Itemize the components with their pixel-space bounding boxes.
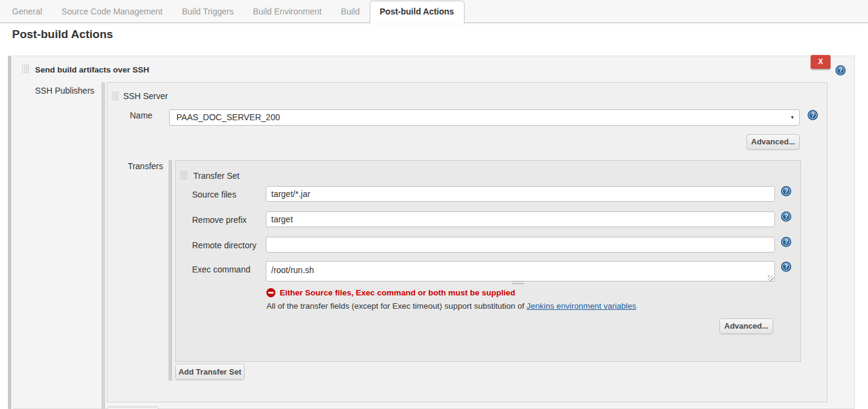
remove-prefix-label: Remove prefix [192,215,246,225]
ssh-server-name-select[interactable]: PAAS_DOC_SERVER_200 ▾ [169,109,800,126]
tab-source-code-management[interactable]: Source Code Management [52,0,172,22]
selected-server-name: PAAS_DOC_SERVER_200 [176,110,280,125]
transfer-set-title: Transfer Set [193,171,240,181]
drag-grip-icon[interactable] [111,91,119,100]
source-files-label: Source files [192,190,236,199]
tab-general[interactable]: General [2,0,52,22]
tab-post-build-actions[interactable]: Post-build Actions [370,1,465,24]
help-icon[interactable]: ? [781,237,791,247]
publisher-title: Send build artifacts over SSH [35,65,149,74]
tab-build-triggers[interactable]: Build Triggers [172,0,243,22]
tab-build-environment[interactable]: Build Environment [243,0,332,22]
publisher-section: Send build artifacts over SSH X ? SSH Pu… [13,56,855,409]
exec-command-label: Exec command [192,265,250,274]
transfer-advanced-button[interactable]: Advanced... [719,318,773,334]
help-icon[interactable]: ? [781,262,791,272]
ssh-server-panel: SSH Server Name PAAS_DOC_SERVER_200 ▾ ? … [107,82,828,402]
textarea-drag-handle[interactable] [512,281,524,284]
transfer-note-text: All of the transfer fields (except for E… [266,301,524,311]
help-icon[interactable]: ? [808,110,818,120]
help-icon[interactable]: ? [781,211,791,222]
add-transfer-set-button[interactable]: Add Transfer Set [175,364,245,380]
jenkins-environment-variables-link[interactable]: Jenkins environment variables [527,301,637,311]
ssh-publisher-dragbar[interactable] [101,82,105,409]
tab-build[interactable]: Build [331,0,369,22]
remove-prefix-input[interactable] [266,211,775,227]
transfer-note: All of the transfer fields (except for E… [266,301,636,311]
transfer-set-panel: Transfer Set Source files ? Remove prefi… [175,160,801,362]
source-files-input[interactable] [266,186,775,202]
config-tabbar: General Source Code Management Build Tri… [0,0,868,23]
transfer-set-dragbar[interactable] [169,160,172,381]
drag-grip-icon[interactable] [180,170,188,179]
transfers-label: Transfers [108,161,163,171]
exec-command-textarea[interactable]: /root/run.sh [266,261,775,282]
drag-grip-icon[interactable] [22,64,30,73]
jenkins-config-page: General Source Code Management Build Tri… [0,0,868,409]
ssh-server-advanced-button[interactable]: Advanced... [747,134,800,150]
page-title: Post-build Actions [12,28,113,41]
publisher-dragbar[interactable] [8,56,11,409]
delete-publisher-button[interactable]: X [811,55,831,69]
remote-directory-label: Remote directory [192,240,257,250]
remote-directory-input[interactable] [266,237,775,253]
validation-error-message: Either Source files, Exec command or bot… [280,288,515,297]
chevron-down-icon: ▾ [791,110,794,125]
help-icon[interactable]: ? [781,186,791,196]
ssh-publishers-label: SSH Publishers [35,86,94,95]
error-icon [266,288,275,297]
add-server-button-partial[interactable] [107,407,159,409]
name-label: Name [130,111,152,120]
ssh-server-title: SSH Server [123,91,168,101]
textarea-resize-grip-icon[interactable] [768,275,774,282]
help-icon[interactable]: ? [835,65,846,76]
